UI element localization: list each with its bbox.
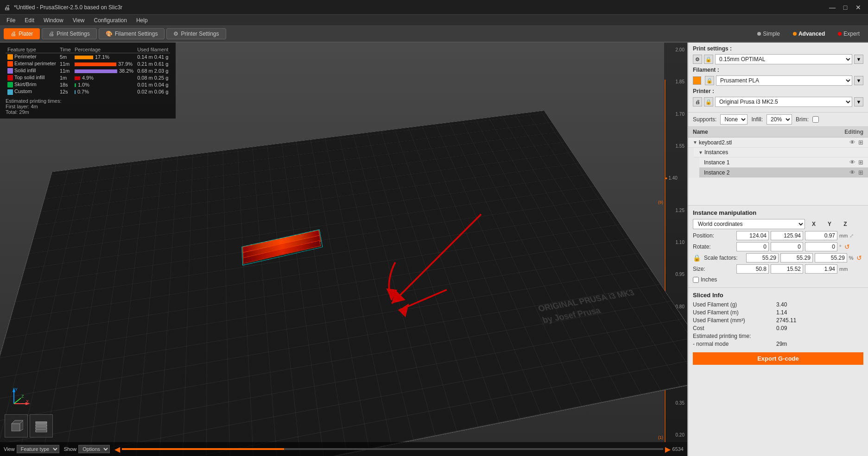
sliced-row-4: Estimated printing time:	[693, 333, 863, 339]
view-cube-3d[interactable]	[5, 414, 28, 437]
mode-advanced[interactable]: Advanced	[788, 29, 830, 38]
tab-print-settings[interactable]: 🖨 Print Settings	[42, 28, 96, 39]
filament-lock[interactable]: 🔒	[705, 76, 714, 85]
inches-checkbox[interactable]	[693, 277, 699, 283]
position-y-input[interactable]	[771, 231, 803, 240]
menu-configuration[interactable]: Configuration	[89, 16, 132, 25]
size-y-input[interactable]	[771, 264, 803, 274]
table-row: External perimeter 11m 37.9% 0.21 m 0.61…	[6, 60, 170, 67]
bottom-show-section: Show Options	[64, 445, 110, 453]
mode-expert[interactable]: Expert	[833, 29, 864, 38]
instance2-eye-icon[interactable]: 👁	[849, 169, 855, 176]
keyboard-chevron: ▼	[693, 140, 697, 145]
rotate-y-input[interactable]	[771, 242, 803, 251]
plater-icon: 🖨	[11, 31, 16, 37]
print-settings-gear[interactable]: ⚙	[693, 55, 702, 64]
infill-select[interactable]: 20%	[767, 114, 792, 125]
close-button[interactable]: ✕	[852, 1, 864, 13]
print-settings-dropdown[interactable]: ▼	[854, 55, 863, 64]
simple-dot	[757, 32, 761, 36]
inches-row: Inches	[693, 275, 863, 284]
scale-z-input[interactable]	[815, 253, 847, 262]
col-filament: Used filament	[135, 46, 170, 53]
minimize-button[interactable]: —	[826, 1, 838, 13]
printer-icon-btn[interactable]: 🖨	[693, 97, 702, 106]
filament-icon: 🎨	[106, 31, 113, 37]
mode-buttons: Simple Advanced Expert	[753, 29, 864, 38]
print-settings-icon: 🖨	[49, 31, 54, 37]
coord-system-select[interactable]: World coordinates	[693, 219, 805, 229]
scale-x-input[interactable]	[746, 253, 779, 262]
keyboard-instance-icon[interactable]: ⊞	[858, 139, 863, 146]
nav-right-arrow[interactable]: ▶	[665, 445, 671, 454]
maximize-button[interactable]: □	[839, 1, 851, 13]
axes-indicator: Y X Z	[9, 385, 32, 410]
menubar: File Edit Window View Configuration Help	[0, 15, 868, 26]
menu-edit[interactable]: Edit	[20, 16, 39, 25]
app-icon: 🖨	[4, 4, 10, 11]
tab-printer-settings[interactable]: ⚙ Printer Settings	[166, 28, 226, 39]
rotate-reset-button[interactable]: ↺	[843, 243, 851, 251]
filament-select[interactable]: Prusament PLA	[716, 75, 852, 86]
svg-rect-16	[36, 422, 47, 424]
printer-lock[interactable]: 🔒	[704, 97, 713, 106]
svg-text:Y: Y	[15, 387, 18, 392]
mode-simple[interactable]: Simple	[753, 29, 785, 38]
rotate-x-input[interactable]	[736, 242, 769, 251]
position-z-input[interactable]	[805, 231, 837, 240]
printer-label-row: Printer :	[693, 88, 863, 94]
obj-keyboard2-stl[interactable]: ▼ keyboard2.stl 👁 ⊞	[688, 137, 868, 148]
sliced-info-section: Sliced Info Used Filament (g) 3.40 Used …	[688, 288, 868, 369]
show-select[interactable]: Options	[78, 445, 110, 453]
obj-instances-group[interactable]: ▼ Instances	[694, 148, 868, 157]
scale-reset-button[interactable]: ↺	[855, 254, 863, 262]
size-x-input[interactable]	[736, 264, 769, 274]
printer-select-row: 🖨 🔒 Original Prusa i3 MK2.5 ▼	[693, 97, 863, 107]
keyboard-eye-icon[interactable]: 👁	[849, 139, 855, 146]
menu-file[interactable]: File	[2, 16, 20, 25]
print-settings-select[interactable]: 0.15mm OPTIMAL	[715, 54, 852, 64]
filament-dropdown[interactable]: ▼	[854, 76, 863, 85]
table-row: Solid infill 11m 38.2% 0.68 m 2.03 g	[6, 67, 170, 74]
instance1-eye-icon[interactable]: 👁	[849, 159, 855, 166]
printer-dropdown[interactable]: ▼	[854, 97, 863, 106]
obj-instance-2[interactable]: Instance 2 👁 ⊞	[699, 168, 868, 178]
svg-rect-13	[12, 424, 20, 431]
printer-select[interactable]: Original Prusa i3 MK2.5	[715, 97, 852, 107]
sliced-row-1: Used Filament (m) 1.14	[693, 309, 863, 316]
sliced-row-2: Used Filament (mm³) 2745.11	[693, 317, 863, 324]
scale-y-input[interactable]	[780, 253, 813, 262]
bottom-view-section: View Feature type	[4, 445, 59, 453]
right-panel: Print settings : ⚙ 🔒 0.15mm OPTIMAL ▼ Fi…	[687, 43, 868, 456]
size-row: Size: mm	[693, 264, 863, 274]
tab-filament-settings[interactable]: 🎨 Filament Settings	[99, 28, 165, 39]
tab-plater[interactable]: 🖨 Plater	[4, 28, 40, 39]
view-cube	[5, 414, 53, 437]
export-gcode-button[interactable]: Export G-code	[693, 352, 863, 365]
size-z-input[interactable]	[805, 264, 837, 274]
nav-left-arrow[interactable]: ◀	[114, 445, 120, 454]
svg-text:X: X	[26, 399, 29, 404]
instance-manipulation-section: Instance manipulation World coordinates …	[688, 206, 868, 288]
ruler-annotation-bottom: (1)	[658, 435, 663, 440]
nav-slider-track[interactable]	[122, 448, 663, 450]
brim-checkbox[interactable]	[812, 116, 819, 123]
supports-select[interactable]: None	[720, 114, 748, 125]
lock-container: 🔒	[693, 254, 702, 262]
instance1-copy-icon[interactable]: ⊞	[858, 159, 863, 166]
filament-label-row: Filament :	[693, 67, 863, 73]
menu-window[interactable]: Window	[39, 16, 68, 25]
main-layout: Feature type Time Percentage Used filame…	[0, 43, 868, 456]
position-x-input[interactable]	[736, 231, 769, 240]
bottom-nav: ◀ ▶ 6534	[114, 445, 684, 454]
view-layers[interactable]	[30, 414, 53, 437]
viewport[interactable]: Feature type Time Percentage Used filame…	[0, 43, 687, 456]
instance1-icons: 👁 ⊞	[849, 159, 863, 166]
instance2-copy-icon[interactable]: ⊞	[858, 169, 863, 176]
menu-help[interactable]: Help	[132, 16, 152, 25]
menu-view[interactable]: View	[68, 16, 89, 25]
view-select[interactable]: Feature type	[17, 445, 59, 453]
rotate-z-input[interactable]	[805, 242, 837, 251]
print-settings-lock[interactable]: 🔒	[704, 55, 713, 64]
obj-instance-1[interactable]: Instance 1 👁 ⊞	[699, 157, 868, 168]
